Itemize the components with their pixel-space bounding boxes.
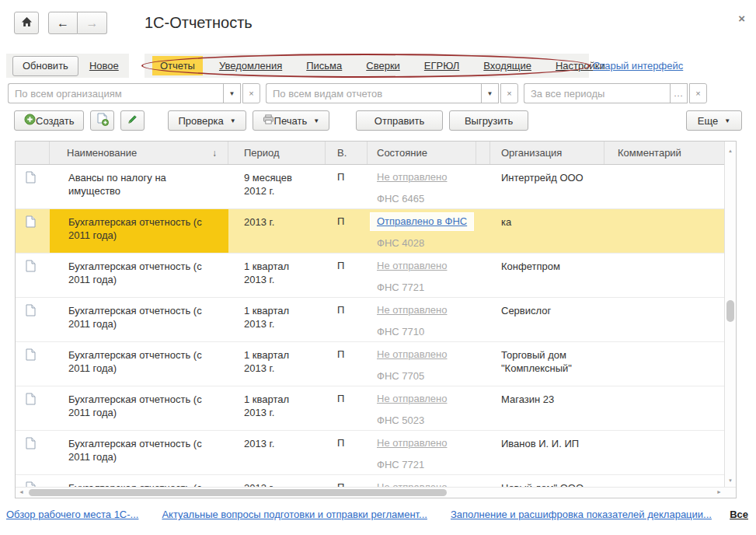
document-icon [26,393,36,407]
edit-button[interactable] [120,110,145,131]
clear-icon[interactable]: × [242,83,260,103]
fns-code: ФНС 5023 [377,414,476,426]
organization: Иванов И. И. ИП [490,431,604,474]
status-link[interactable]: Не отправлено [377,171,447,183]
create-button[interactable]: Создать [14,110,84,131]
header-v[interactable]: В. [326,142,368,164]
header-comment[interactable]: Комментарий [604,142,725,164]
document-icon [26,304,36,319]
submission-type: П [326,431,368,474]
fns-code: ФНС 7721 [377,459,476,470]
ellipsis-icon[interactable]: ... [670,83,688,103]
header-name[interactable]: Наименование ↓ [50,142,228,164]
report-period: 1 квартал 2013 г. [228,342,326,386]
news-link-1[interactable]: Обзор рабочего места 1С-... [6,509,138,520]
report-period: 2013 г. [228,475,326,487]
status-link[interactable]: Не отправлено [377,348,447,360]
organization: Интертрейд ООО [490,165,604,208]
comment [604,254,725,297]
comment [604,475,725,487]
scroll-up-icon[interactable]: ▲ [725,149,736,153]
header-organization[interactable]: Организация [490,142,604,164]
pencil-icon [127,114,138,128]
report-name: Бухгалтерская отчетность (с 2011 года) [50,254,228,297]
new-link[interactable]: Новое [89,60,119,72]
tab-egrul[interactable]: ЕГРЮЛ [416,56,467,75]
report-name: Авансы по налогу на имущество [50,165,228,208]
chevron-down-icon: ▼ [724,117,730,124]
tab-incoming[interactable]: Входящие [476,56,539,75]
tab-letters[interactable]: Письма [298,56,350,75]
home-button[interactable] [14,12,39,34]
tab-reconciliations[interactable]: Сверки [358,56,408,75]
submission-type: П [326,165,368,208]
period-filter-input[interactable] [524,83,670,103]
status-link[interactable]: Не отправлено [377,304,447,316]
table-row[interactable]: Бухгалтерская отчетность (с 2011 года) 1… [16,386,736,431]
table-row[interactable]: Бухгалтерская отчетность (с 2011 года) 1… [16,342,736,386]
status-link[interactable]: Отправлено в ФНС [377,215,467,227]
refresh-button[interactable]: Обновить [12,56,78,76]
clear-icon[interactable]: × [500,83,518,103]
forward-button[interactable]: → [78,12,107,34]
organization: Конфетпром [490,254,604,297]
back-icon: ← [57,16,69,30]
report-period: 1 квартал 2013 г. [228,298,326,341]
back-button[interactable]: ← [48,12,78,34]
tab-notifications[interactable]: Уведомления [211,56,290,75]
report-name: Бухгалтерская отчетность (с 2011 года) [50,209,228,253]
old-interface-link[interactable]: Старый интерфейс [593,60,683,72]
news-link-2[interactable]: Актуальные вопросы подготовки и отправки… [162,509,427,520]
all-news-link[interactable]: Все [730,509,748,520]
report-name: Бухгалтерская отчетность (с 2011 года) [50,386,228,430]
tabs-strip: Отчеты Уведомления Письма Сверки ЕГРЮЛ В… [145,54,589,78]
close-icon[interactable]: × [738,12,745,25]
status-link[interactable]: Не отправлено [377,437,447,449]
document-icon [26,260,36,274]
header-icon-col [16,142,50,164]
vertical-scroll-thumb[interactable] [726,300,734,322]
copy-item-button[interactable] [90,110,114,131]
chevron-down-icon: ▼ [230,117,236,124]
report-kind-filter-input[interactable] [266,83,481,103]
submission-type: П [326,209,368,253]
more-button[interactable]: Еще ▼ [686,110,742,131]
chevron-down-icon[interactable]: ▼ [481,83,499,103]
comment [604,209,725,253]
news-link-3[interactable]: Заполнение и расшифровка показателей дек… [451,509,712,520]
organization-filter-input[interactable] [8,83,223,103]
table-row[interactable]: Авансы по налогу на имущество 9 месяцев … [16,165,736,209]
check-button[interactable]: Проверка ▼ [168,110,246,131]
header-gap-col [476,142,490,164]
scroll-down-icon[interactable]: ▼ [725,478,736,483]
table-row-clipped[interactable]: Бухгалтерская отчетность (с 2011 года) 2… [16,475,736,487]
fns-code: ФНС 7705 [377,370,476,382]
table-row[interactable]: Бухгалтерская отчетность (с 2011 года) 1… [16,298,736,342]
plus-circle-icon [24,114,36,128]
vertical-scrollbar[interactable]: ▲ ▼ [724,142,736,487]
refresh-strip: Обновить Новое [6,54,129,78]
header-status[interactable]: Состояние [368,142,476,164]
chevron-down-icon[interactable]: ▼ [223,83,241,103]
status-link[interactable]: Не отправлено [377,481,447,487]
table-row[interactable]: Бухгалтерская отчетность (с 2011 года) 2… [16,431,736,475]
organization: Новый дом" ООО [490,475,604,487]
fns-code: ФНС 4028 [377,237,476,249]
horizontal-scroll-thumb[interactable] [29,489,447,496]
unload-button[interactable]: Выгрузить [449,110,528,131]
print-button[interactable]: Печать ▼ [253,110,330,131]
table-row[interactable]: Бухгалтерская отчетность (с 2011 года) 1… [16,254,736,298]
fns-code: ФНС 7710 [377,326,476,337]
fns-code: ФНС 7721 [377,281,476,293]
report-period: 1 квартал 2013 г. [228,254,326,297]
clear-icon[interactable]: × [689,83,707,103]
scroll-left-icon[interactable]: ◄ [19,489,24,495]
horizontal-scrollbar[interactable]: ◄ ► [16,487,736,498]
send-button[interactable]: Отправить [356,110,443,131]
status-link[interactable]: Не отправлено [377,393,447,404]
status-link[interactable]: Не отправлено [377,260,447,271]
scroll-right-icon[interactable]: ► [716,489,722,495]
header-period[interactable]: Период [228,142,326,164]
tab-reports[interactable]: Отчеты [152,56,203,75]
table-row-selected[interactable]: Бухгалтерская отчетность (с 2011 года) 2… [16,209,736,254]
